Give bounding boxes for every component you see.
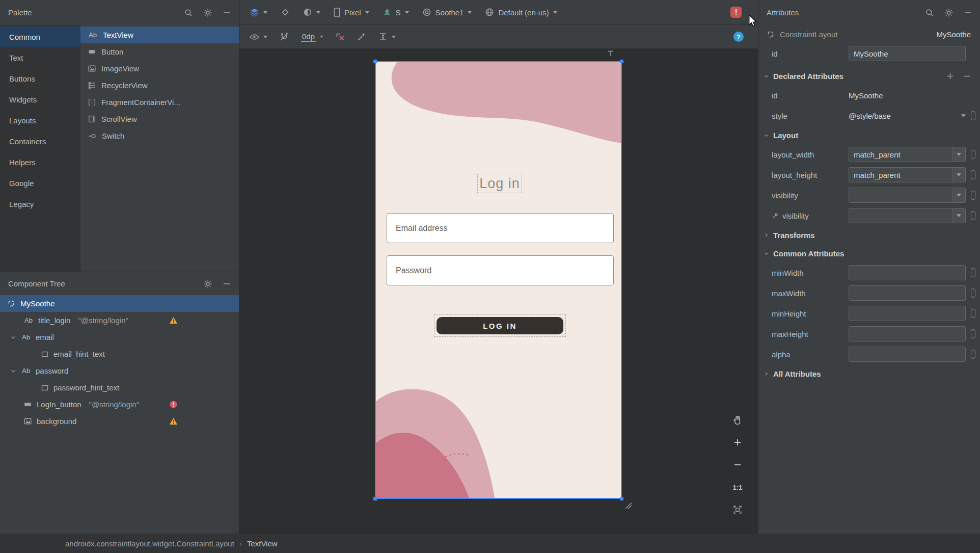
chevron-down-icon[interactable]	[952, 168, 965, 182]
section-common-attributes[interactable]: Common Attributes	[758, 244, 980, 262]
palette-category-common[interactable]: Common	[0, 27, 80, 47]
breadcrumb-root[interactable]: androidx.constraintlayout.widget.Constra…	[65, 539, 234, 548]
resource-flag-toggle[interactable]	[971, 268, 975, 277]
resource-flag-toggle[interactable]	[971, 329, 975, 338]
resize-handle-icon[interactable]	[624, 502, 632, 509]
palette-item-recyclerview[interactable]: RecyclerView	[80, 77, 239, 94]
search-icon[interactable]	[184, 8, 193, 17]
section-declared-attributes[interactable]: Declared Attributes	[758, 67, 980, 85]
breadcrumb-leaf[interactable]: TextView	[247, 539, 278, 548]
gear-icon[interactable]	[203, 279, 212, 288]
resource-flag-toggle[interactable]	[971, 191, 975, 200]
view-options[interactable]	[250, 34, 267, 40]
clear-constraints-button[interactable]	[336, 32, 345, 41]
pack-align-selector[interactable]	[378, 32, 396, 41]
palette-item-scrollview[interactable]: ScrollView	[80, 111, 239, 127]
selection-handle[interactable]	[620, 60, 623, 63]
autoconnect-toggle[interactable]	[280, 32, 289, 41]
resource-flag-toggle[interactable]	[971, 111, 975, 120]
palette-category-legacy[interactable]: Legacy	[0, 194, 80, 215]
declared-attr-style-row[interactable]: style @style/base	[758, 106, 980, 126]
tree-item-background[interactable]: background	[0, 413, 239, 430]
gear-icon[interactable]	[203, 8, 212, 17]
chevron-down-icon[interactable]	[952, 147, 965, 162]
palette-category-google[interactable]: Google	[0, 173, 80, 194]
tree-item-title-login[interactable]: Ab title_login "@string/login"	[0, 312, 239, 329]
tree-item-login-button[interactable]: LogIn_button "@string/login"	[0, 396, 239, 413]
layout-width-combo[interactable]: match_parent	[849, 147, 966, 162]
minimize-icon[interactable]	[964, 9, 972, 17]
login-button-bounds[interactable]: LOG IN	[434, 314, 566, 337]
email-field[interactable]: Email address	[387, 213, 614, 243]
chevron-down-icon[interactable]	[10, 368, 16, 374]
alpha-input[interactable]	[849, 347, 966, 362]
resource-flag-toggle[interactable]	[971, 170, 975, 179]
api-level-selector[interactable]: S	[383, 8, 409, 17]
tree-item-mysoothe[interactable]: MySoothe	[0, 295, 239, 312]
resource-flag-toggle[interactable]	[971, 211, 975, 220]
section-layout[interactable]: Layout	[758, 126, 980, 144]
palette-category-buttons[interactable]: Buttons	[0, 68, 80, 89]
zoom-in-button[interactable]	[727, 431, 748, 454]
zoom-to-fit-icon[interactable]	[727, 498, 748, 521]
login-button[interactable]: LOG IN	[437, 317, 563, 334]
search-icon[interactable]	[925, 8, 934, 17]
chevron-down-icon[interactable]	[10, 334, 16, 340]
error-notification-icon[interactable]	[730, 7, 742, 18]
id-input[interactable]: MySoothe	[849, 46, 966, 61]
orientation-selector[interactable]	[281, 8, 290, 17]
locale-selector[interactable]: Default (en-us)	[485, 8, 557, 17]
device-selector[interactable]: Pixel	[334, 8, 369, 17]
palette-category-layouts[interactable]: Layouts	[0, 110, 80, 131]
style-combo[interactable]: @style/base	[849, 112, 966, 120]
zoom-ratio-button[interactable]: 1:1	[727, 476, 748, 498]
palette-item-switch[interactable]: Switch	[80, 127, 239, 144]
palette-item-textview[interactable]: Ab TextView	[80, 27, 239, 43]
theme-selector[interactable]: Soothe1	[422, 8, 472, 17]
tree-item-password-hint-text[interactable]: password_hint_text	[0, 379, 239, 396]
night-mode-selector[interactable]	[303, 8, 320, 17]
title-login-textview[interactable]: Log in	[477, 174, 522, 193]
minimize-icon[interactable]	[223, 280, 231, 288]
tree-item-password[interactable]: Ab password	[0, 362, 239, 379]
visibility-combo[interactable]	[849, 188, 966, 203]
chevron-down-icon[interactable]	[952, 188, 965, 202]
design-canvas[interactable]: Log in Email address Password LOG IN	[239, 49, 758, 534]
design-surface-selector[interactable]	[250, 8, 267, 17]
resource-flag-toggle[interactable]	[971, 150, 975, 159]
minimize-icon[interactable]	[223, 9, 231, 17]
baseline-anchor-icon[interactable]	[607, 50, 614, 57]
palette-category-containers[interactable]: Containers	[0, 131, 80, 152]
chevron-down-icon[interactable]	[952, 208, 965, 223]
palette-item-imageview[interactable]: ImageView	[80, 60, 239, 77]
palette-item-button[interactable]: Button	[80, 43, 239, 60]
palette-category-helpers[interactable]: Helpers	[0, 152, 80, 173]
infer-constraints-button[interactable]	[357, 32, 366, 41]
palette-item-fragmentcontainerview[interactable]: FragmentContainerVi...	[80, 94, 239, 111]
gear-icon[interactable]	[944, 8, 954, 17]
maxwidth-input[interactable]	[849, 285, 966, 301]
palette-category-widgets[interactable]: Widgets	[0, 89, 80, 110]
resource-flag-toggle[interactable]	[971, 350, 975, 359]
help-icon[interactable]: ?	[733, 32, 744, 42]
resource-flag-toggle[interactable]	[971, 288, 975, 298]
selection-handle[interactable]	[373, 60, 377, 63]
resource-flag-toggle[interactable]	[971, 309, 975, 318]
palette-category-text[interactable]: Text	[0, 47, 80, 68]
remove-attribute-icon[interactable]	[963, 72, 971, 80]
tree-item-email[interactable]: Ab email	[0, 329, 239, 346]
selection-handle[interactable]	[620, 497, 623, 501]
declared-attr-id-row[interactable]: id MySoothe	[758, 85, 980, 106]
tree-item-email-hint-text[interactable]: email_hint_text	[0, 346, 239, 362]
section-transforms[interactable]: Transforms	[758, 226, 980, 244]
pan-hand-icon[interactable]	[727, 409, 748, 431]
tools-visibility-combo[interactable]	[849, 208, 966, 223]
default-margin-selector[interactable]: 0dp	[301, 32, 323, 42]
add-attribute-icon[interactable]	[946, 72, 954, 80]
section-all-attributes[interactable]: All Attributes	[758, 364, 980, 383]
minwidth-input[interactable]	[849, 265, 966, 280]
design-surface-phone[interactable]: Log in Email address Password LOG IN	[375, 61, 622, 499]
minheight-input[interactable]	[849, 306, 966, 321]
password-field[interactable]: Password	[387, 255, 614, 285]
zoom-out-button[interactable]	[727, 454, 748, 476]
